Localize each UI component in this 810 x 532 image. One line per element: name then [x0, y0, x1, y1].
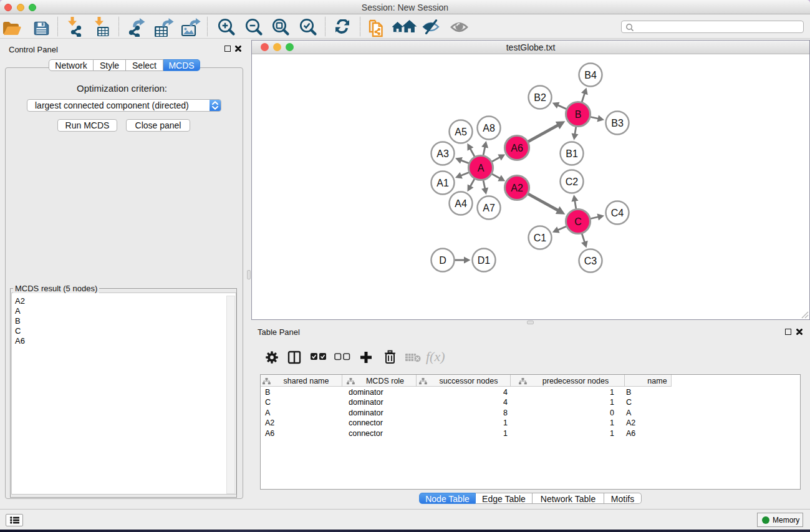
svg-text:C4: C4 [611, 208, 624, 218]
svg-text:A2: A2 [511, 183, 523, 193]
svg-text:A3: A3 [436, 148, 449, 159]
svg-text:A1: A1 [436, 178, 449, 188]
svg-text:A6: A6 [511, 143, 523, 153]
svg-text:D1: D1 [478, 255, 491, 266]
svg-text:B2: B2 [534, 92, 546, 103]
svg-text:C2: C2 [566, 177, 579, 187]
svg-text:A8: A8 [483, 123, 495, 133]
svg-text:C: C [574, 216, 582, 227]
svg-text:B3: B3 [611, 118, 624, 128]
svg-text:B4: B4 [584, 70, 597, 80]
svg-text:B: B [575, 109, 582, 120]
svg-text:D: D [439, 255, 446, 266]
svg-text:A5: A5 [455, 127, 467, 137]
svg-text:B1: B1 [566, 148, 578, 159]
svg-text:A: A [478, 163, 485, 173]
svg-text:C1: C1 [534, 233, 547, 243]
svg-text:C3: C3 [584, 256, 597, 266]
svg-text:A7: A7 [483, 203, 495, 213]
svg-text:A4: A4 [455, 198, 467, 209]
